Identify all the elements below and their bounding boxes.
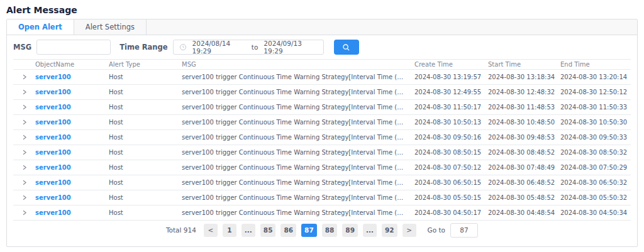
object-name-link[interactable]: server100: [35, 134, 71, 141]
msg-cell: server100 trigger Continuous Time Warnin…: [182, 209, 414, 216]
expand-row-icon[interactable]: [22, 180, 27, 185]
msg-cell: server100 trigger Continuous Time Warnin…: [182, 89, 414, 96]
object-name-link[interactable]: server100: [35, 104, 71, 111]
next-page-button[interactable]: >: [402, 224, 416, 237]
table-row: server100 Host server100 trigger Continu…: [13, 160, 631, 175]
alert-type-cell: Host: [109, 209, 182, 216]
table-body: server100 Host server100 trigger Continu…: [7, 70, 637, 221]
start-time-cell: 2024-08-30 11:48:53: [488, 104, 560, 111]
start-time-cell: 2024-08-30 09:48:53: [488, 134, 560, 141]
end-time-cell: 2024-08-30 04:50:34: [560, 209, 631, 216]
msg-cell: server100 trigger Continuous Time Warnin…: [182, 74, 414, 80]
alert-type-cell: Host: [109, 119, 182, 126]
msg-cell: server100 trigger Continuous Time Warnin…: [182, 119, 414, 126]
end-time-cell: 2024-08-30 09:50:33: [560, 134, 631, 141]
header-msg: MSG: [182, 61, 414, 68]
msg-label: MSG: [13, 43, 31, 52]
table-row: server100 Host server100 trigger Continu…: [13, 205, 631, 221]
expand-row-icon[interactable]: [22, 165, 27, 170]
table-row: server100 Host server100 trigger Continu…: [13, 85, 631, 100]
table-row: server100 Host server100 trigger Continu…: [13, 100, 631, 115]
start-time-cell: 2024-08-30 12:48:32: [488, 89, 560, 96]
goto-page-input[interactable]: [450, 223, 478, 238]
expand-row-icon[interactable]: [22, 150, 27, 155]
end-time-cell: 2024-08-30 05:50:32: [560, 194, 631, 201]
page-ellipsis[interactable]: ...: [363, 224, 377, 237]
page-button-86[interactable]: 86: [280, 224, 296, 237]
total-count: Total 914: [166, 226, 196, 234]
page-ellipsis[interactable]: ...: [242, 224, 255, 237]
expand-row-icon[interactable]: [22, 74, 27, 80]
expand-row-icon[interactable]: [22, 89, 27, 95]
start-time-cell: 2024-08-30 07:48:49: [488, 164, 560, 171]
object-name-link[interactable]: server100: [35, 164, 71, 171]
table-row: server100 Host server100 trigger Continu…: [13, 115, 631, 130]
alert-type-cell: Host: [109, 104, 182, 111]
page-button-85[interactable]: 85: [260, 224, 276, 237]
end-time-cell: 2024-08-30 06:50:32: [560, 179, 631, 186]
time-from-value[interactable]: 2024/08/14 19:29: [192, 40, 246, 55]
time-range-picker[interactable]: 2024/08/14 19:29 to 2024/09/13 19:29: [173, 40, 324, 55]
create-time-cell: 2024-08-30 06:50:15: [414, 179, 488, 186]
page-title: Alert Message: [0, 0, 644, 19]
expand-row-icon[interactable]: [22, 119, 27, 125]
search-button[interactable]: [334, 40, 359, 55]
alert-type-cell: Host: [109, 164, 182, 171]
object-name-link[interactable]: server100: [35, 74, 71, 80]
create-time-cell: 2024-08-30 05:50:15: [414, 194, 488, 201]
filter-bar: MSG Time Range 2024/08/14 19:29 to 2024/…: [7, 35, 637, 59]
tab-alert-settings[interactable]: Alert Settings: [74, 19, 147, 35]
tab-open-alert[interactable]: Open Alert: [7, 19, 74, 35]
alert-type-cell: Host: [109, 194, 182, 201]
table-row: server100 Host server100 trigger Continu…: [13, 190, 631, 205]
page-button-1[interactable]: 1: [223, 224, 236, 237]
expand-row-icon[interactable]: [22, 104, 27, 110]
msg-cell: server100 trigger Continuous Time Warnin…: [182, 134, 414, 141]
expand-row-icon[interactable]: [22, 210, 27, 216]
search-icon: [342, 43, 350, 52]
start-time-cell: 2024-08-30 08:48:52: [488, 149, 560, 156]
clock-icon: [179, 43, 187, 51]
start-time-cell: 2024-08-30 10:48:50: [488, 119, 560, 126]
object-name-link[interactable]: server100: [35, 209, 71, 216]
create-time-cell: 2024-08-30 09:50:16: [414, 134, 488, 141]
page-button-89[interactable]: 89: [342, 224, 358, 237]
alert-type-cell: Host: [109, 89, 182, 96]
msg-cell: server100 trigger Continuous Time Warnin…: [182, 179, 414, 186]
object-name-link[interactable]: server100: [35, 89, 71, 96]
msg-input[interactable]: [36, 40, 111, 55]
start-time-cell: 2024-08-30 06:48:52: [488, 179, 560, 186]
msg-cell: server100 trigger Continuous Time Warnin…: [182, 104, 414, 111]
alert-type-cell: Host: [109, 149, 182, 156]
page-button-87[interactable]: 87: [301, 224, 317, 237]
start-time-cell: 2024-08-30 04:48:54: [488, 209, 560, 216]
create-time-cell: 2024-08-30 10:50:13: [414, 119, 488, 126]
object-name-link[interactable]: server100: [35, 119, 71, 126]
end-time-cell: 2024-08-30 11:50:33: [560, 104, 631, 111]
pagination: Total 914 < 1...8586878889...92 > Go to: [7, 221, 637, 239]
alert-panel: Open Alert Alert Settings MSG Time Range…: [6, 19, 638, 247]
end-time-cell: 2024-08-30 07:50:29: [560, 164, 631, 171]
header-alert-type: Alert Type: [109, 61, 182, 68]
expand-row-icon[interactable]: [22, 195, 27, 200]
end-time-cell: 2024-08-30 13:20:14: [560, 74, 631, 80]
prev-page-button[interactable]: <: [204, 224, 218, 237]
page-buttons: 1...8586878889...92: [223, 224, 397, 237]
time-to-value[interactable]: 2024/09/13 19:29: [264, 40, 317, 55]
page-button-92[interactable]: 92: [382, 224, 397, 237]
msg-cell: server100 trigger Continuous Time Warnin…: [182, 149, 414, 156]
object-name-link[interactable]: server100: [35, 179, 71, 186]
create-time-cell: 2024-08-30 08:50:15: [414, 149, 488, 156]
alert-type-cell: Host: [109, 134, 182, 141]
create-time-cell: 2024-08-30 07:50:12: [414, 164, 488, 171]
time-range-label: Time Range: [119, 43, 167, 52]
msg-cell: server100 trigger Continuous Time Warnin…: [182, 194, 414, 201]
create-time-cell: 2024-08-30 12:49:55: [414, 89, 488, 96]
page-button-88[interactable]: 88: [322, 224, 338, 237]
alert-type-cell: Host: [109, 179, 182, 186]
msg-cell: server100 trigger Continuous Time Warnin…: [182, 164, 414, 171]
object-name-link[interactable]: server100: [35, 149, 71, 156]
header-objectname: ObjectName: [35, 61, 109, 68]
object-name-link[interactable]: server100: [35, 194, 71, 201]
expand-row-icon[interactable]: [22, 134, 27, 140]
